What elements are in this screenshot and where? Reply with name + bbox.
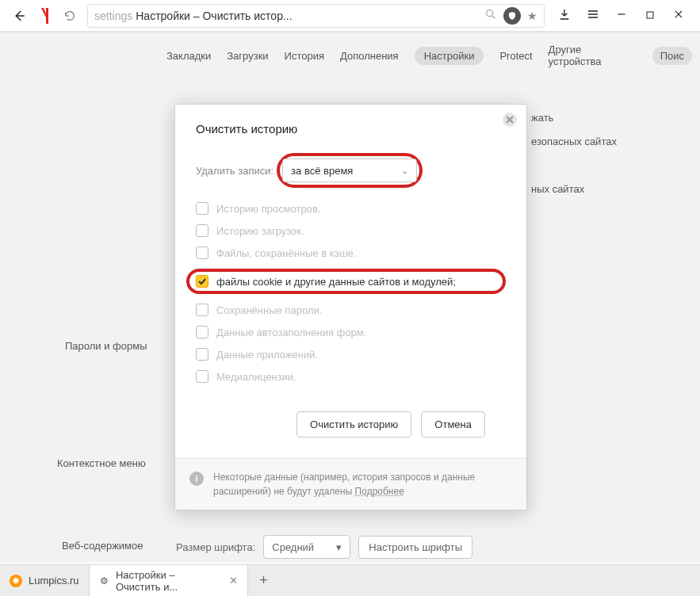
arrow-left-icon [12,9,26,23]
dialog-title: Очистить историю [196,122,506,136]
maximize-button[interactable] [641,9,659,23]
tab-close-icon[interactable]: ✕ [229,575,238,586]
clear-history-dialog: Очистить историю Удалить записи: за всё … [174,104,527,510]
option-autofill[interactable]: Данные автозаполнения форм. [196,326,506,338]
tab-downloads[interactable]: Загрузки [227,50,268,62]
configure-fonts-button[interactable]: Настроить шрифты [358,536,472,559]
search-icon[interactable] [484,8,497,23]
font-size-row: Размер шрифта: Средний ▾ Настроить шрифт… [176,535,472,559]
menu-icon[interactable] [584,8,602,24]
browser-toolbar: settings Настройки – Очистить истор... ★ [0,0,700,32]
browser-tab-bar: ✸ Lumpics.ru ⚙ Настройки – Очистить и...… [0,564,700,596]
dialog-close-button[interactable] [503,113,517,127]
tab-history[interactable]: История [285,50,324,62]
section-passwords-label: Пароли и формы [65,340,147,352]
window-controls [549,8,694,24]
tab-protect[interactable]: Protect [499,50,532,62]
settings-search[interactable]: Поис [652,47,692,65]
tab-settings[interactable]: Настройки [415,47,484,65]
footer-text-container: Некоторые данные (например, история запр… [213,470,512,499]
close-window-button[interactable] [670,9,687,23]
tab-devices[interactable]: Другие устройства [549,44,637,67]
tab-bookmarks[interactable]: Закладки [166,50,211,62]
tab-settings-page[interactable]: ⚙ Настройки – Очистить и... ✕ [90,565,248,596]
dialog-footer: i Некоторые данные (например, история за… [175,458,526,510]
address-bar[interactable]: settings Настройки – Очистить истор... ★ [87,4,545,28]
address-prefix: settings [94,10,132,22]
svg-point-0 [487,10,493,17]
option-download-history[interactable]: Историю загрузок. [196,224,506,237]
section-web-label: Веб-содержимое [62,540,143,552]
tab-title: Настройки – Очистить и... [116,569,220,593]
reload-button[interactable] [57,5,82,27]
minimize-button[interactable] [613,9,630,23]
footer-text: Некоторые данные (например, история запр… [213,472,475,497]
bg-text-1: жать [531,112,553,124]
period-value: за всё время [291,165,353,177]
bg-text-2: езопасных сайтах [531,136,617,147]
yandex-icon [38,8,51,24]
favicon-orange-icon: ✸ [10,575,22,587]
clear-options-list: Историю просмотров. Историю загрузок. Фа… [196,202,506,383]
settings-tabs: Закладки Загрузки История Дополнения Нас… [166,44,692,67]
option-passwords[interactable]: Сохранённые пароли. [196,304,506,316]
back-button[interactable] [6,5,32,27]
option-app-data[interactable]: Данные приложений. [196,348,506,361]
dialog-buttons: Очистить историю Отмена [196,391,506,458]
reload-icon [63,10,76,22]
downloads-icon[interactable] [556,8,573,24]
font-size-select[interactable]: Средний ▾ [263,535,350,559]
option-cache[interactable]: Файлы, сохранённые в кэше. [196,246,506,259]
font-size-label: Размер шрифта: [176,541,255,553]
tab-title: Lumpics.ru [29,575,79,586]
section-context-label: Контекстное меню [57,457,146,469]
option-media-licenses[interactable]: Медиалицензии. [196,370,506,383]
clear-history-button[interactable]: Очистить историю [296,411,411,437]
chevron-down-icon: ⌄ [401,166,408,176]
bookmark-star-icon[interactable]: ★ [527,10,537,22]
bg-text-3: ных сайтах [531,183,584,195]
highlight-ring-cookies: файлы cookie и другие данные сайтов и мо… [186,269,506,294]
yandex-logo[interactable] [32,5,57,27]
tab-lumpics[interactable]: ✸ Lumpics.ru [0,565,90,596]
option-browsing-history[interactable]: Историю просмотров. [196,202,506,215]
period-select[interactable]: за всё время ⌄ [282,159,417,182]
highlight-ring: за всё время ⌄ [277,153,423,188]
period-row: Удалить записи: за всё время ⌄ [196,153,506,188]
info-icon: i [189,472,204,486]
address-right-icons: ★ [484,7,537,25]
close-icon [506,116,514,124]
tab-addons[interactable]: Дополнения [340,50,399,62]
gear-icon: ⚙ [99,575,109,587]
main-area: Закладки Загрузки История Дополнения Нас… [0,32,700,563]
footer-more-link[interactable]: Подробнее [355,486,404,497]
svg-rect-1 [647,12,653,18]
chevron-down-icon: ▾ [336,541,342,553]
new-tab-button[interactable]: + [248,565,280,596]
cancel-button[interactable]: Отмена [421,411,485,437]
address-title: Настройки – Очистить истор... [136,10,292,22]
option-cookies[interactable]: файлы cookie и другие данные сайтов и мо… [196,275,456,288]
protect-shield-icon[interactable] [503,7,521,25]
period-label: Удалить записи: [196,165,273,177]
